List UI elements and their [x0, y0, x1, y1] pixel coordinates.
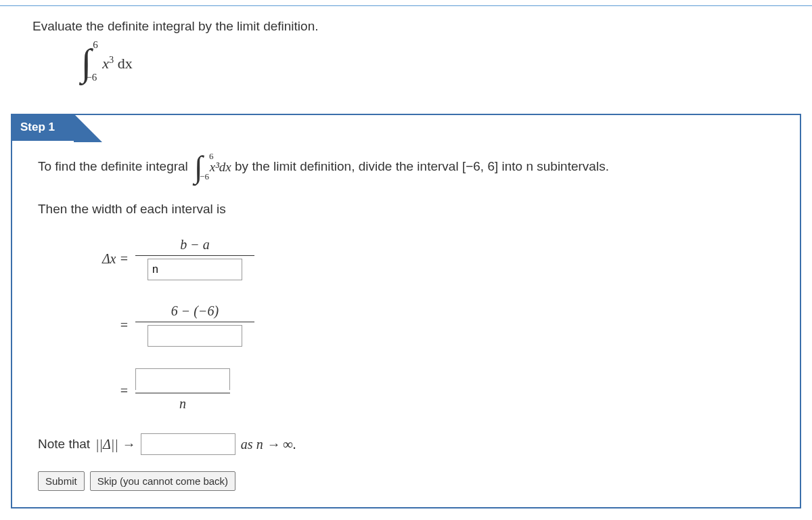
eq1-numerator: b − a	[135, 236, 254, 256]
equation-row-2: = 6 − (−6)	[91, 302, 774, 348]
inline-integral: ∫ 6 −6	[194, 152, 203, 183]
question-block: Evaluate the definite integral by the li…	[0, 0, 812, 87]
eq1-denominator-input[interactable]	[148, 259, 242, 280]
eq2-numerator: 6 − (−6)	[135, 302, 254, 322]
note-blank-input[interactable]	[141, 433, 235, 455]
skip-button[interactable]: Skip (you cannot come back)	[90, 471, 235, 491]
step-line-1: To find the definite integral ∫ 6 −6 x³d…	[38, 152, 774, 183]
question-integral: ∫ 6 −6 x3 dx	[81, 43, 133, 81]
eq2-lhs: =	[91, 318, 135, 333]
step-tab: Step 1	[11, 114, 74, 141]
step-panel: Step 1 To find the definite integral ∫ 6…	[11, 114, 801, 508]
eq2-denominator-input[interactable]	[148, 325, 242, 347]
equation-row-1: Δx = b − a	[91, 236, 774, 282]
question-prompt: Evaluate the definite integral by the li…	[32, 19, 780, 34]
eq3-lhs: =	[91, 383, 135, 399]
eq3-numerator-input[interactable]	[135, 368, 230, 390]
submit-button[interactable]: Submit	[38, 471, 85, 491]
equation-row-3: = n	[91, 368, 774, 413]
note-line: Note that ||Δ|| → as n → ∞.	[38, 433, 774, 455]
eq1-lhs: Δx =	[91, 251, 135, 267]
step-line-2: Then the width of each interval is	[38, 200, 774, 218]
eq3-denominator: n	[135, 393, 230, 413]
button-row: Submit Skip (you cannot come back)	[38, 471, 774, 491]
